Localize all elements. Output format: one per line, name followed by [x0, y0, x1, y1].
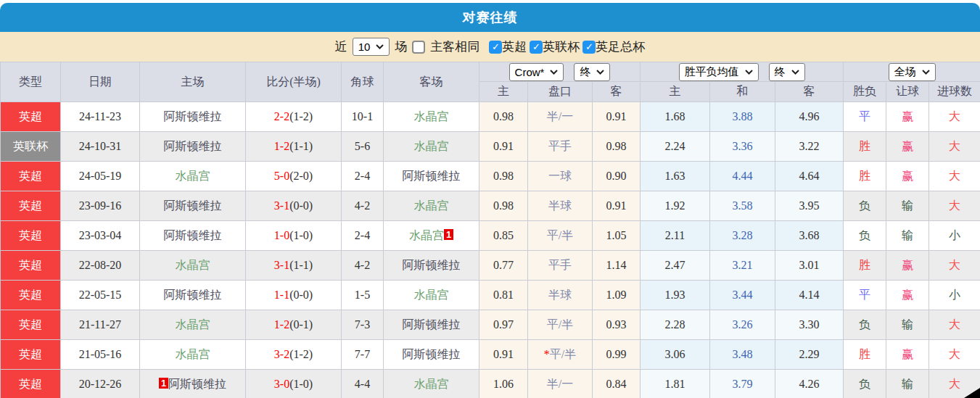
halftime-score: (0-1)	[289, 318, 313, 331]
fulltime-score: 1-0	[274, 229, 289, 241]
handicap-result-cell: 赢	[886, 251, 929, 281]
result-cell: 负	[844, 310, 886, 340]
sub-header-avg-away: 客	[775, 82, 844, 102]
date-cell: 21-11-27	[61, 310, 140, 340]
handicap-text: 平/半	[547, 318, 573, 331]
league-cell: 英超	[1, 340, 61, 370]
away-team-cell: 水晶宫	[384, 191, 479, 221]
odds-away-cell: 0.93	[593, 310, 641, 340]
result-cell: 胜	[844, 340, 886, 370]
result-cell: 负	[844, 221, 886, 251]
avg-home-cell: 1.93	[641, 281, 710, 310]
team-name[interactable]: 水晶宫	[176, 170, 210, 182]
team-name[interactable]: 阿斯顿维拉	[164, 110, 222, 123]
team-name[interactable]: 阿斯顿维拉	[164, 199, 222, 212]
score-cell: 1-2(0-1)	[246, 310, 342, 340]
home-team-cell: 1阿斯顿维拉	[140, 370, 246, 398]
avg-home-cell: 1.63	[641, 162, 710, 191]
corner-cell: 4-4	[342, 370, 384, 398]
home-team-cell: 水晶宫	[140, 162, 246, 191]
date-cell: 20-12-26	[61, 370, 140, 398]
handicap-cell: 半球	[528, 191, 593, 221]
scope-select[interactable]: 全场	[889, 63, 936, 81]
h2h-table: 类型 日期 主场 比分(半场) 角球 客场 Crow* 终	[0, 62, 980, 398]
away-team-cell: 阿斯顿维拉	[384, 340, 479, 370]
result-cell: 平	[844, 102, 886, 132]
odds-away-cell: 1.14	[593, 251, 641, 281]
goals-cell: 小	[929, 221, 980, 251]
team-name[interactable]: 水晶宫	[414, 378, 449, 390]
team-name[interactable]: 水晶宫	[414, 110, 449, 123]
date-cell: 22-05-15	[61, 281, 140, 310]
team-name[interactable]: 水晶宫	[176, 259, 210, 271]
fulltime-group-header: 全场	[844, 62, 980, 82]
avg-home-cell: 2.47	[641, 251, 710, 281]
odds-home-cell: 0.98	[479, 162, 528, 191]
match-row: 英超23-03-04阿斯顿维拉1-0(1-0)2-4水晶宫10.85平/半1.0…	[1, 221, 980, 251]
fulltime-score: 1-1	[274, 289, 289, 301]
avg-draw-cell: 3.58	[710, 191, 775, 221]
red-card-badge: 1	[159, 378, 168, 389]
team-name[interactable]: 阿斯顿维拉	[164, 140, 222, 152]
match-count-select[interactable]: 10	[353, 38, 390, 56]
bookmaker-period-select[interactable]: 终	[574, 63, 610, 81]
team-name[interactable]: 阿斯顿维拉	[168, 378, 226, 390]
col-header-corner: 角球	[342, 62, 384, 102]
bookmaker-select[interactable]: Crow*	[509, 63, 564, 81]
team-name[interactable]: 阿斯顿维拉	[403, 348, 461, 360]
away-team-cell: 水晶宫	[384, 132, 479, 162]
team-name[interactable]: 水晶宫	[414, 140, 449, 152]
league-facup-checkbox[interactable]: ✓	[582, 41, 596, 54]
league-epl-checkbox[interactable]: ✓	[489, 41, 502, 54]
halftime-score: (1-2)	[289, 110, 313, 123]
sub-header-odds-home: 主	[479, 82, 528, 102]
sub-header-result: 胜负	[844, 82, 886, 102]
avg-select[interactable]: 胜平负均值	[679, 63, 759, 81]
team-name[interactable]: 水晶宫	[414, 199, 449, 212]
avg-home-cell: 2.28	[641, 310, 710, 340]
team-name[interactable]: 阿斯顿维拉	[403, 170, 461, 182]
result-cell: 胜	[844, 162, 886, 191]
col-header-away: 客场	[384, 62, 479, 102]
fulltime-score: 3-1	[274, 199, 289, 212]
same-venue-label: 主客相同	[430, 38, 479, 55]
odds-away-cell: 0.90	[593, 162, 641, 191]
date-cell: 21-05-16	[61, 340, 140, 370]
score-cell: 5-0(2-0)	[246, 162, 342, 191]
league-epl-label: 英超	[502, 38, 527, 55]
odds-away-cell: 1.05	[593, 221, 641, 251]
team-name[interactable]: 水晶宫	[176, 348, 210, 360]
league-cup-checkbox[interactable]: ✓	[530, 41, 543, 54]
team-name[interactable]: 阿斯顿维拉	[403, 259, 461, 271]
league-cell: 英超	[1, 370, 61, 398]
team-name[interactable]: 阿斯顿维拉	[164, 289, 222, 301]
home-team-cell: 水晶宫	[140, 310, 246, 340]
date-cell: 23-03-04	[61, 221, 140, 251]
odds-home-cell: 0.98	[479, 102, 528, 132]
league-cell: 英超	[1, 191, 61, 221]
league-cell: 英超	[1, 221, 61, 251]
result-cell: 胜	[844, 132, 886, 162]
handicap-text: 平/半	[550, 348, 576, 360]
odds-away-cell: 0.99	[593, 340, 641, 370]
team-name[interactable]: 水晶宫	[409, 229, 444, 241]
corner-cell: 2-4	[342, 221, 384, 251]
corner-cell: 2-4	[342, 162, 384, 191]
avg-draw-cell: 3.28	[710, 221, 775, 251]
match-row: 英超21-11-27水晶宫1-2(0-1)7-3阿斯顿维拉0.97平/半0.93…	[1, 310, 980, 340]
team-name[interactable]: 水晶宫	[176, 318, 210, 331]
corner-cell: 5-6	[342, 132, 384, 162]
league-cell: 英超	[1, 102, 61, 132]
score-cell: 1-2(1-1)	[246, 132, 342, 162]
same-venue-checkbox[interactable]	[412, 41, 425, 54]
team-name[interactable]: 阿斯顿维拉	[164, 229, 222, 241]
odds-home-cell: 0.98	[479, 191, 528, 221]
team-name[interactable]: 水晶宫	[414, 289, 449, 301]
away-team-cell: 水晶宫	[384, 281, 479, 310]
avg-away-cell: 2.29	[775, 340, 844, 370]
team-name[interactable]: 阿斯顿维拉	[403, 318, 461, 331]
handicap-result-cell: 输	[886, 191, 929, 221]
match-row: 英联杯24-10-31阿斯顿维拉1-2(1-1)5-6水晶宫0.91平手0.98…	[1, 132, 980, 162]
handicap-cell: 平/半	[528, 310, 593, 340]
avg-period-select[interactable]: 终	[769, 63, 805, 81]
